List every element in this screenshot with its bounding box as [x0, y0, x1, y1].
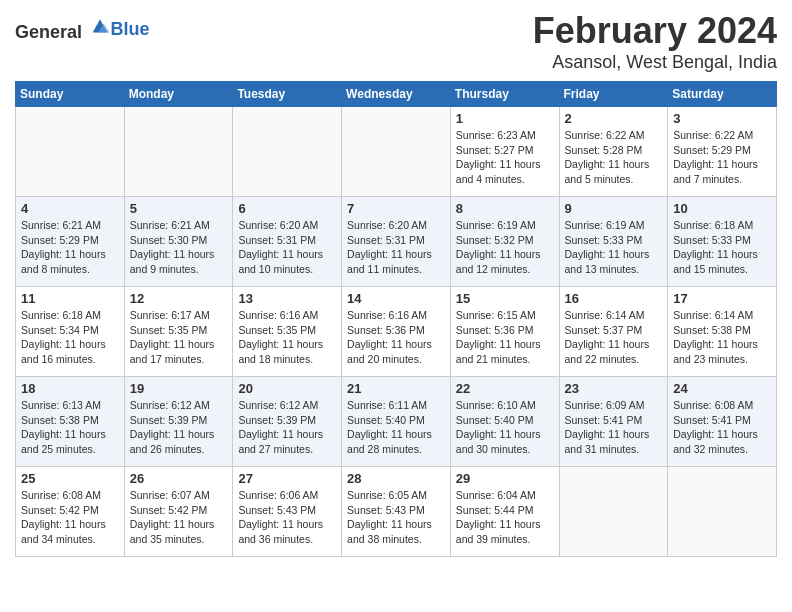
table-row: [668, 467, 777, 557]
day-number: 23: [565, 381, 663, 396]
page-subtitle: Asansol, West Bengal, India: [533, 52, 777, 73]
table-row: 24Sunrise: 6:08 AM Sunset: 5:41 PM Dayli…: [668, 377, 777, 467]
day-number: 1: [456, 111, 554, 126]
table-row: 7Sunrise: 6:20 AM Sunset: 5:31 PM Daylig…: [342, 197, 451, 287]
day-number: 28: [347, 471, 445, 486]
day-info: Sunrise: 6:04 AM Sunset: 5:44 PM Dayligh…: [456, 488, 554, 547]
header-sunday: Sunday: [16, 82, 125, 107]
table-row: 29Sunrise: 6:04 AM Sunset: 5:44 PM Dayli…: [450, 467, 559, 557]
table-row: 10Sunrise: 6:18 AM Sunset: 5:33 PM Dayli…: [668, 197, 777, 287]
table-row: 12Sunrise: 6:17 AM Sunset: 5:35 PM Dayli…: [124, 287, 233, 377]
day-info: Sunrise: 6:13 AM Sunset: 5:38 PM Dayligh…: [21, 398, 119, 457]
table-row: [16, 107, 125, 197]
calendar-table: Sunday Monday Tuesday Wednesday Thursday…: [15, 81, 777, 557]
header-tuesday: Tuesday: [233, 82, 342, 107]
day-info: Sunrise: 6:08 AM Sunset: 5:41 PM Dayligh…: [673, 398, 771, 457]
day-number: 16: [565, 291, 663, 306]
table-row: 22Sunrise: 6:10 AM Sunset: 5:40 PM Dayli…: [450, 377, 559, 467]
table-row: 18Sunrise: 6:13 AM Sunset: 5:38 PM Dayli…: [16, 377, 125, 467]
calendar-week-5: 25Sunrise: 6:08 AM Sunset: 5:42 PM Dayli…: [16, 467, 777, 557]
day-info: Sunrise: 6:22 AM Sunset: 5:28 PM Dayligh…: [565, 128, 663, 187]
table-row: [233, 107, 342, 197]
day-info: Sunrise: 6:19 AM Sunset: 5:32 PM Dayligh…: [456, 218, 554, 277]
table-row: 21Sunrise: 6:11 AM Sunset: 5:40 PM Dayli…: [342, 377, 451, 467]
page-title: February 2024: [533, 10, 777, 52]
table-row: 26Sunrise: 6:07 AM Sunset: 5:42 PM Dayli…: [124, 467, 233, 557]
day-number: 17: [673, 291, 771, 306]
day-number: 8: [456, 201, 554, 216]
table-row: 11Sunrise: 6:18 AM Sunset: 5:34 PM Dayli…: [16, 287, 125, 377]
logo-general: General: [15, 22, 82, 42]
day-number: 10: [673, 201, 771, 216]
day-number: 9: [565, 201, 663, 216]
day-number: 7: [347, 201, 445, 216]
day-number: 27: [238, 471, 336, 486]
day-info: Sunrise: 6:23 AM Sunset: 5:27 PM Dayligh…: [456, 128, 554, 187]
table-row: 13Sunrise: 6:16 AM Sunset: 5:35 PM Dayli…: [233, 287, 342, 377]
day-info: Sunrise: 6:12 AM Sunset: 5:39 PM Dayligh…: [130, 398, 228, 457]
day-info: Sunrise: 6:20 AM Sunset: 5:31 PM Dayligh…: [347, 218, 445, 277]
day-number: 22: [456, 381, 554, 396]
table-row: 28Sunrise: 6:05 AM Sunset: 5:43 PM Dayli…: [342, 467, 451, 557]
table-row: [124, 107, 233, 197]
day-info: Sunrise: 6:14 AM Sunset: 5:37 PM Dayligh…: [565, 308, 663, 367]
day-info: Sunrise: 6:12 AM Sunset: 5:39 PM Dayligh…: [238, 398, 336, 457]
day-info: Sunrise: 6:21 AM Sunset: 5:29 PM Dayligh…: [21, 218, 119, 277]
table-row: 19Sunrise: 6:12 AM Sunset: 5:39 PM Dayli…: [124, 377, 233, 467]
day-number: 2: [565, 111, 663, 126]
logo-blue: Blue: [111, 19, 150, 39]
day-info: Sunrise: 6:14 AM Sunset: 5:38 PM Dayligh…: [673, 308, 771, 367]
day-info: Sunrise: 6:19 AM Sunset: 5:33 PM Dayligh…: [565, 218, 663, 277]
day-number: 13: [238, 291, 336, 306]
day-info: Sunrise: 6:08 AM Sunset: 5:42 PM Dayligh…: [21, 488, 119, 547]
table-row: 16Sunrise: 6:14 AM Sunset: 5:37 PM Dayli…: [559, 287, 668, 377]
day-info: Sunrise: 6:16 AM Sunset: 5:35 PM Dayligh…: [238, 308, 336, 367]
page-header: General Blue February 2024 Asansol, West…: [15, 10, 777, 73]
day-info: Sunrise: 6:22 AM Sunset: 5:29 PM Dayligh…: [673, 128, 771, 187]
day-number: 11: [21, 291, 119, 306]
day-number: 6: [238, 201, 336, 216]
table-row: 1Sunrise: 6:23 AM Sunset: 5:27 PM Daylig…: [450, 107, 559, 197]
calendar-week-1: 1Sunrise: 6:23 AM Sunset: 5:27 PM Daylig…: [16, 107, 777, 197]
header-friday: Friday: [559, 82, 668, 107]
table-row: 17Sunrise: 6:14 AM Sunset: 5:38 PM Dayli…: [668, 287, 777, 377]
table-row: 6Sunrise: 6:20 AM Sunset: 5:31 PM Daylig…: [233, 197, 342, 287]
day-number: 29: [456, 471, 554, 486]
table-row: 25Sunrise: 6:08 AM Sunset: 5:42 PM Dayli…: [16, 467, 125, 557]
table-row: 15Sunrise: 6:15 AM Sunset: 5:36 PM Dayli…: [450, 287, 559, 377]
table-row: 23Sunrise: 6:09 AM Sunset: 5:41 PM Dayli…: [559, 377, 668, 467]
day-number: 12: [130, 291, 228, 306]
day-info: Sunrise: 6:05 AM Sunset: 5:43 PM Dayligh…: [347, 488, 445, 547]
table-row: 9Sunrise: 6:19 AM Sunset: 5:33 PM Daylig…: [559, 197, 668, 287]
logo: General Blue: [15, 16, 150, 43]
day-number: 14: [347, 291, 445, 306]
table-row: [559, 467, 668, 557]
day-info: Sunrise: 6:15 AM Sunset: 5:36 PM Dayligh…: [456, 308, 554, 367]
day-info: Sunrise: 6:09 AM Sunset: 5:41 PM Dayligh…: [565, 398, 663, 457]
calendar-week-4: 18Sunrise: 6:13 AM Sunset: 5:38 PM Dayli…: [16, 377, 777, 467]
header-wednesday: Wednesday: [342, 82, 451, 107]
day-info: Sunrise: 6:18 AM Sunset: 5:34 PM Dayligh…: [21, 308, 119, 367]
header-thursday: Thursday: [450, 82, 559, 107]
table-row: 5Sunrise: 6:21 AM Sunset: 5:30 PM Daylig…: [124, 197, 233, 287]
table-row: [342, 107, 451, 197]
day-number: 20: [238, 381, 336, 396]
day-info: Sunrise: 6:07 AM Sunset: 5:42 PM Dayligh…: [130, 488, 228, 547]
day-info: Sunrise: 6:18 AM Sunset: 5:33 PM Dayligh…: [673, 218, 771, 277]
day-number: 18: [21, 381, 119, 396]
day-number: 3: [673, 111, 771, 126]
day-number: 25: [21, 471, 119, 486]
day-info: Sunrise: 6:16 AM Sunset: 5:36 PM Dayligh…: [347, 308, 445, 367]
table-row: 14Sunrise: 6:16 AM Sunset: 5:36 PM Dayli…: [342, 287, 451, 377]
table-row: 20Sunrise: 6:12 AM Sunset: 5:39 PM Dayli…: [233, 377, 342, 467]
day-info: Sunrise: 6:17 AM Sunset: 5:35 PM Dayligh…: [130, 308, 228, 367]
day-number: 15: [456, 291, 554, 306]
logo-icon: [89, 16, 111, 38]
day-number: 21: [347, 381, 445, 396]
day-number: 19: [130, 381, 228, 396]
calendar-header-row: Sunday Monday Tuesday Wednesday Thursday…: [16, 82, 777, 107]
table-row: 2Sunrise: 6:22 AM Sunset: 5:28 PM Daylig…: [559, 107, 668, 197]
day-info: Sunrise: 6:20 AM Sunset: 5:31 PM Dayligh…: [238, 218, 336, 277]
day-info: Sunrise: 6:11 AM Sunset: 5:40 PM Dayligh…: [347, 398, 445, 457]
day-info: Sunrise: 6:06 AM Sunset: 5:43 PM Dayligh…: [238, 488, 336, 547]
